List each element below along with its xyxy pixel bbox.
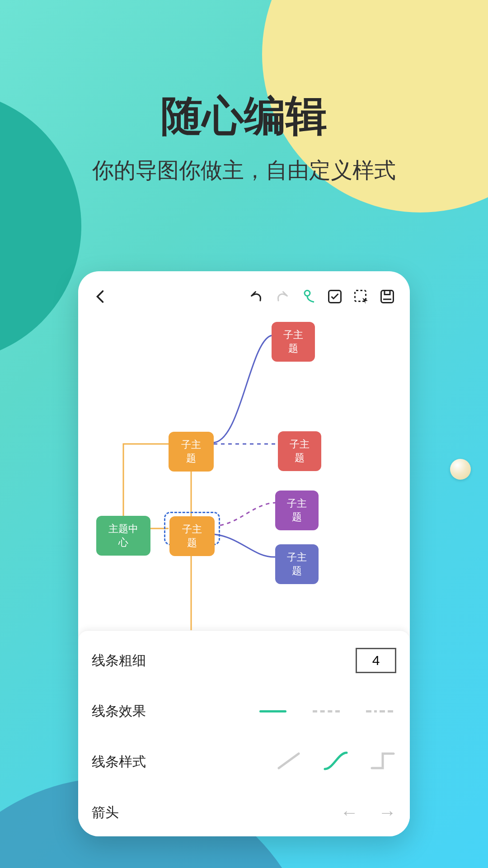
- shape-curve[interactable]: [322, 750, 349, 774]
- thickness-input[interactable]: 4: [356, 648, 396, 673]
- bg-dot: [450, 459, 471, 480]
- thickness-label: 线条粗细: [92, 651, 160, 670]
- row-thickness: 线条粗细 4: [92, 635, 396, 686]
- line-straight-icon: [275, 750, 302, 772]
- arrow-left[interactable]: ←: [340, 802, 358, 823]
- connector-lines: [78, 314, 410, 630]
- row-style: 线条样式: [92, 736, 396, 787]
- check-square-icon: [327, 288, 343, 305]
- node-sub-1[interactable]: 子主题: [169, 432, 214, 472]
- node-sub-2[interactable]: 子主题: [169, 516, 215, 556]
- line-step-icon: [369, 750, 396, 772]
- style-panel: 线条粗细 4 线条效果 线条样式 箭头 ← →: [78, 630, 410, 836]
- shape-straight[interactable]: [275, 750, 302, 774]
- line-curve-icon: [322, 750, 349, 772]
- svg-point-0: [305, 291, 310, 296]
- redo-icon: [274, 288, 291, 305]
- arrow-label: 箭头: [92, 803, 160, 822]
- hero-subtitle: 你的导图你做主，自由定义样式: [0, 156, 488, 185]
- style-label: 线条样式: [92, 753, 160, 771]
- undo-button[interactable]: [246, 287, 266, 307]
- node-leaf-blue[interactable]: 子主题: [275, 544, 319, 584]
- row-arrow: 箭头 ← →: [92, 787, 396, 836]
- arrow-right[interactable]: →: [378, 802, 396, 823]
- redo-button[interactable]: [272, 287, 292, 307]
- effect-dashdot[interactable]: [363, 703, 396, 719]
- svg-rect-3: [381, 291, 394, 303]
- line-solid-icon: [259, 710, 286, 712]
- line-dashdot-icon: [366, 710, 393, 712]
- back-button[interactable]: [91, 287, 111, 307]
- save-icon: [379, 288, 395, 305]
- effect-label: 线条效果: [92, 702, 160, 721]
- draw-icon: [300, 288, 317, 305]
- node-leaf-red-1[interactable]: 子主题: [272, 322, 315, 362]
- node-leaf-purple[interactable]: 子主题: [275, 491, 319, 530]
- node-center[interactable]: 主题中心: [96, 516, 150, 556]
- shape-step[interactable]: [369, 750, 396, 774]
- row-effect: 线条效果: [92, 686, 396, 736]
- node-leaf-red-2[interactable]: 子主题: [278, 431, 321, 471]
- toolbar: [78, 271, 410, 314]
- svg-rect-4: [385, 291, 390, 295]
- arrow-right-icon: →: [378, 802, 396, 822]
- draw-button[interactable]: [299, 287, 319, 307]
- save-button[interactable]: [377, 287, 397, 307]
- arrow-left-icon: ←: [340, 802, 358, 822]
- phone-mock: 主题中心 子主题 子主题 子主题 子主题 子主题 子主题 线条粗细 4 线条效果…: [78, 271, 410, 836]
- select-button[interactable]: [351, 287, 371, 307]
- effect-dashed[interactable]: [310, 703, 343, 719]
- chevron-left-icon: [93, 288, 109, 305]
- hero-title: 随心编辑: [0, 88, 488, 144]
- line-dashed-icon: [313, 710, 340, 712]
- confirm-button[interactable]: [325, 287, 345, 307]
- undo-icon: [248, 288, 264, 305]
- marquee-select-icon: [353, 288, 369, 305]
- mindmap-canvas[interactable]: 主题中心 子主题 子主题 子主题 子主题 子主题 子主题: [78, 314, 410, 630]
- effect-solid[interactable]: [256, 703, 290, 719]
